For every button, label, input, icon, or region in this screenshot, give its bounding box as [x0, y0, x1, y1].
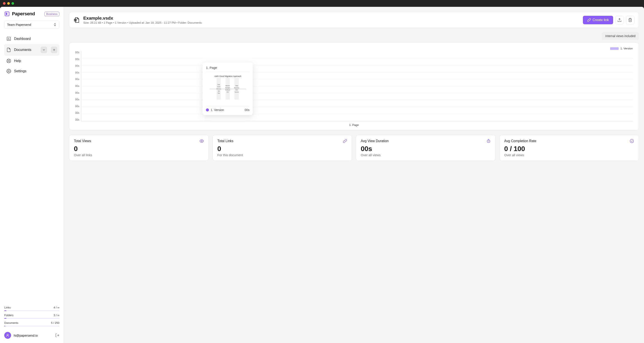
team-selector-label: Team Papersend: [7, 23, 31, 27]
usage-links: Links4 / ∞: [4, 305, 60, 311]
tooltip-title: 1. Page: [206, 66, 250, 72]
chart-y-axis: 00s 00s 00s 00s 00s 00s 00s 00s 00s 00s …: [75, 51, 81, 121]
sidebar-item-settings[interactable]: Settings: [4, 66, 60, 76]
expand-documents-button[interactable]: [41, 47, 47, 53]
legend-swatch: [610, 47, 619, 50]
create-link-button[interactable]: Create link: [583, 16, 613, 24]
user-email: hi@papersend.io: [14, 334, 52, 337]
engagement-chart: 1. Version 00s 00s 00s 00s 00s 00s 00s 0…: [69, 42, 639, 130]
sidebar-item-label: Help: [14, 59, 21, 63]
tooltip-series-value: 00s: [245, 108, 250, 112]
svg-point-9: [8, 60, 9, 62]
upload-button[interactable]: [615, 16, 624, 24]
check-circle-icon: [630, 139, 634, 143]
team-selector[interactable]: Team Papersend: [4, 21, 60, 29]
sidebar-item-dashboard[interactable]: Dashboard: [4, 34, 60, 44]
tooltip-series-name: 1. Version: [210, 108, 243, 112]
svg-rect-1: [6, 13, 7, 15]
legend-label: 1. Version: [620, 47, 633, 50]
svg-point-15: [7, 334, 8, 335]
maximize-window-button[interactable]: [12, 2, 14, 5]
brand-name: Papersend: [12, 11, 42, 17]
eye-icon: [200, 139, 204, 143]
link-icon: [587, 18, 591, 22]
chart-tooltip: 1. Page AWS Cloud Migration Approach Dat…: [202, 63, 253, 115]
brand-logo-icon: [4, 11, 10, 17]
svg-point-22: [201, 141, 202, 142]
internal-views-toggle[interactable]: Internal views included: [602, 32, 639, 40]
document-icon: [6, 48, 11, 52]
main-content: V Example.vsdx Size: 26.21 kB • 1 Page •…: [64, 7, 644, 343]
stat-total-views: Total Views 0 Over all links: [69, 135, 209, 161]
tooltip-thumbnail: AWS Cloud Migration Approach DataCenterD…: [206, 74, 250, 104]
stat-avg-duration: Avg View Duration 00s Over all views: [356, 135, 496, 161]
sidebar-item-help[interactable]: Help: [4, 56, 60, 66]
chevron-up-down-icon: [53, 23, 57, 27]
stat-completion-rate: Avg Completion Rate 0 / 100 Over all vie…: [500, 135, 639, 161]
tooltip-series-dot: [206, 108, 209, 111]
help-icon: [6, 59, 11, 63]
window-titlebar: [0, 0, 644, 7]
plan-badge: Business: [44, 12, 60, 16]
user-avatar[interactable]: [4, 332, 11, 339]
document-title: Example.vsdx: [83, 16, 202, 21]
stopwatch-icon: [486, 139, 491, 143]
sidebar-item-documents[interactable]: Documents: [4, 44, 60, 56]
minimize-window-button[interactable]: [7, 2, 10, 5]
create-link-label: Create link: [593, 18, 609, 22]
delete-button[interactable]: [626, 16, 634, 24]
sidebar: Papersend Business Team Papersend Dashbo…: [0, 7, 64, 343]
usage-folders: Folders3 / ∞: [4, 313, 60, 319]
svg-point-24: [630, 139, 634, 143]
close-window-button[interactable]: [3, 2, 6, 5]
add-document-button[interactable]: [51, 47, 57, 53]
svg-text:V: V: [75, 19, 76, 21]
chart-plot-area[interactable]: 1. Page AWS Cloud Migration Approach Dat…: [81, 51, 633, 121]
document-header: V Example.vsdx Size: 26.21 kB • 1 Page •…: [69, 12, 639, 28]
bar-chart-icon: [6, 37, 11, 41]
link-icon: [343, 139, 347, 143]
visio-file-icon: V: [74, 17, 80, 23]
gear-icon: [6, 69, 11, 74]
usage-documents: Documents5 / 250: [4, 320, 60, 326]
svg-point-14: [8, 71, 9, 72]
document-meta: Size: 26.21 kB • 1 Page • 1 Version • Up…: [83, 21, 202, 24]
sidebar-item-label: Documents: [14, 48, 31, 52]
sidebar-item-label: Dashboard: [14, 37, 31, 41]
chart-x-label: 1. Page: [75, 121, 633, 127]
sidebar-item-label: Settings: [14, 69, 26, 73]
stat-total-links: Total Links 0 For this document: [212, 135, 352, 161]
logout-button[interactable]: [55, 333, 60, 337]
